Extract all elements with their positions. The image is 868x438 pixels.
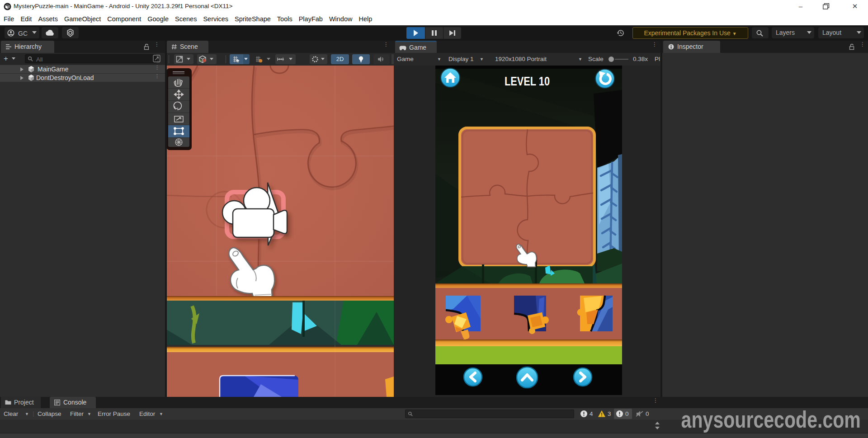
svg-text:LEVEL 10: LEVEL 10 bbox=[505, 75, 550, 88]
svg-text:Y: Y bbox=[237, 60, 239, 63]
